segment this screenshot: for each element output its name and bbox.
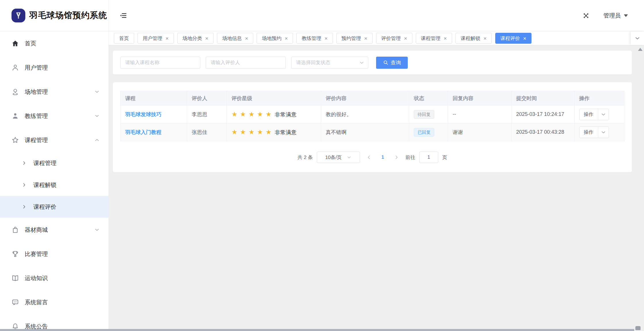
prev-page-button[interactable] [364, 154, 374, 160]
tabs-overflow-button[interactable] [631, 31, 644, 45]
tab-item[interactable]: 评价管理× [376, 33, 412, 44]
tab-label: 场地分类 [182, 35, 202, 42]
pagination: 共 2 条 10条/页 1 前往 页 [120, 152, 624, 163]
tab-item[interactable]: 场地信息× [217, 33, 253, 44]
menu-fold-icon[interactable] [119, 12, 127, 20]
sidebar-item[interactable]: 用户管理 [0, 56, 108, 80]
chevron-right-icon [21, 204, 27, 210]
tab-label: 首页 [119, 35, 129, 42]
goto-label: 前往 [405, 154, 415, 161]
content-area: 请选择回复状态 查询 课程评价人评价星级评价内容状态回复内容提交时间操作羽毛球发… [109, 45, 644, 331]
tab-close-icon[interactable]: × [523, 36, 526, 41]
sidebar-item[interactable]: 场地管理 [0, 80, 108, 104]
tab-label: 教练管理 [302, 35, 321, 42]
page-number-1[interactable]: 1 [378, 154, 388, 160]
content-cell: 教的很好。 [321, 106, 409, 123]
course-link[interactable]: 羽毛球发球技巧 [125, 112, 161, 117]
fullscreen-icon[interactable] [582, 12, 590, 19]
sidebar-item-label: 系统留言 [25, 299, 100, 306]
course-name-input[interactable] [120, 57, 200, 69]
topbar: 管理员 [109, 0, 644, 31]
chevron-down-icon [346, 155, 352, 160]
message-icon [12, 299, 19, 306]
goto-page-input[interactable] [419, 152, 438, 163]
tab-item[interactable]: 场地分类× [177, 33, 214, 44]
star-icon [249, 110, 255, 118]
table-header-cell: 课程 [121, 91, 187, 106]
reviewer-input[interactable] [206, 57, 286, 69]
chevron-right-icon [21, 182, 27, 188]
tab-item[interactable]: 课程解锁× [456, 33, 492, 44]
tab-close-icon[interactable]: × [364, 36, 367, 41]
sidebar-item[interactable]: 系统留言 [0, 290, 108, 314]
tab-item[interactable]: 教练管理× [296, 33, 333, 44]
user-dropdown[interactable]: 管理员 [603, 12, 628, 20]
table-row: 羽毛球入门教程张思佳非常满意真不错啊已回复谢谢2025-03-17 00:43:… [121, 123, 624, 141]
tabs-bar: 首页用户管理×场地分类×场地信息×场地预约×教练管理×预约管理×评价管理×课程管… [109, 31, 644, 45]
tab-label: 场地预约 [262, 35, 281, 42]
tab-item[interactable]: 场地预约× [257, 33, 293, 44]
chevron-right-icon [21, 160, 27, 166]
sidebar-item[interactable]: 教练管理 [0, 104, 108, 128]
query-button[interactable]: 查询 [376, 57, 408, 69]
tab-close-icon[interactable]: × [165, 36, 169, 41]
sidebar-subitem[interactable]: 课程解锁 [0, 174, 108, 196]
tab-close-icon[interactable]: × [483, 36, 487, 41]
tab-label: 课程解锁 [461, 35, 480, 42]
sidebar-item[interactable]: 课程管理 [0, 128, 108, 152]
logo-row: 羽毛球场馆预约系统 [0, 0, 108, 31]
action-dropdown-button[interactable]: 操作 [579, 127, 609, 138]
home-icon [12, 40, 19, 47]
sidebar-item[interactable]: 首页 [0, 31, 108, 56]
sidebar-item[interactable]: 系统公告 [0, 314, 108, 331]
stars-label: 非常满意 [275, 112, 297, 118]
star-icon [257, 110, 263, 118]
star-icon [240, 110, 246, 118]
main-column: 管理员 首页用户管理×场地分类×场地信息×场地预约×教练管理×预约管理×评价管理… [109, 0, 644, 331]
chevron-down-icon [94, 113, 100, 119]
course-link[interactable]: 羽毛球入门教程 [125, 129, 161, 135]
action-button-label: 操作 [580, 109, 598, 120]
sidebar-subitem[interactable]: 课程管理 [0, 152, 108, 174]
sidebar-item[interactable]: 比赛管理 [0, 242, 108, 266]
tab-active[interactable]: 课程评价× [495, 33, 531, 44]
tabs-list: 首页用户管理×场地分类×场地信息×场地预约×教练管理×预约管理×评价管理×课程管… [114, 33, 531, 44]
action-cell: 操作 [574, 106, 624, 123]
sidebar-item[interactable]: 运动知识 [0, 266, 108, 290]
sidebar-item[interactable]: 器材商城 [0, 218, 108, 242]
star-icon [231, 110, 237, 118]
scrollbar-corner-thumb[interactable] [635, 326, 641, 330]
star-icon [266, 110, 272, 118]
tab-close-icon[interactable]: × [404, 36, 407, 41]
scrollbar-up-arrow-icon[interactable] [638, 48, 643, 51]
tab-item[interactable]: 课程管理× [416, 33, 452, 44]
next-page-button[interactable] [392, 154, 401, 160]
tab-item[interactable]: 首页 [114, 33, 134, 44]
sidebar-item-label: 比赛管理 [25, 250, 100, 258]
user-name: 管理员 [603, 12, 621, 20]
star-icon [266, 128, 272, 136]
horizontal-scrollbar[interactable] [0, 329, 634, 331]
action-dropdown-button[interactable]: 操作 [579, 109, 609, 120]
table-header-cell: 操作 [574, 91, 624, 106]
chevron-down-icon [359, 60, 365, 66]
page-size-select[interactable]: 10条/页 [317, 152, 360, 163]
tab-close-icon[interactable]: × [444, 36, 447, 41]
table-header-cell: 评价星级 [227, 91, 321, 106]
tab-close-icon[interactable]: × [285, 36, 288, 41]
sidebar-item-label: 课程评价 [33, 203, 108, 211]
course-cell: 羽毛球入门教程 [121, 123, 187, 141]
shuttlecock-logo-icon [12, 9, 25, 22]
tab-item[interactable]: 预约管理× [336, 33, 373, 44]
sidebar-item-label: 器材商城 [25, 226, 88, 234]
reply-status-select[interactable]: 请选择回复状态 [291, 57, 368, 69]
tab-close-icon[interactable]: × [205, 36, 208, 41]
page-size-label: 10条/页 [325, 154, 342, 161]
sidebar-menu: 首页用户管理场地管理教练管理课程管理课程管理课程解锁课程评价器材商城比赛管理运动… [0, 31, 108, 331]
sidebar-subitem-active[interactable]: 课程评价 [0, 196, 108, 218]
tab-close-icon[interactable]: × [324, 36, 327, 41]
tab-item[interactable]: 用户管理× [138, 33, 174, 44]
tab-close-icon[interactable]: × [245, 36, 248, 41]
action-button-label: 操作 [580, 127, 598, 138]
chevron-down-icon [94, 89, 100, 95]
